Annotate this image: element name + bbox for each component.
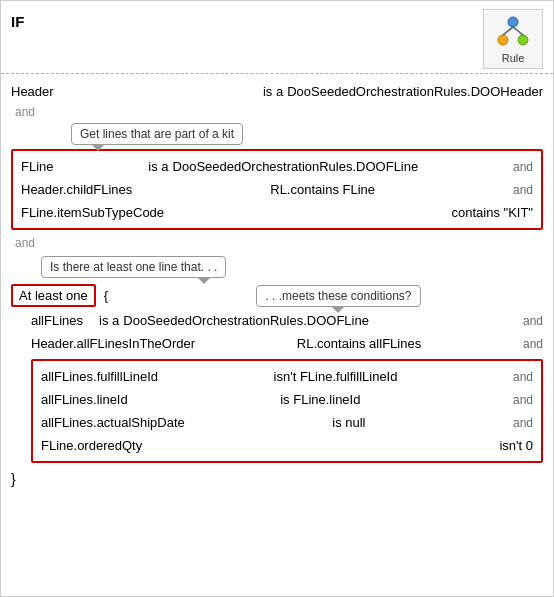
- main-container: IF Rule Header is a DooSeededOrchestrati…: [0, 0, 554, 597]
- indent-row1: allFLines is a DooSeededOrchestrationRul…: [31, 309, 543, 332]
- lineId-rel: is FLine.lineId: [280, 392, 360, 407]
- at-least-one-box: At least one: [11, 284, 96, 307]
- childFLines-subject: Header.childFLines: [21, 182, 132, 197]
- header-type: DooSeededOrchestrationRules.DOOHeader: [287, 84, 543, 99]
- itemSubType-rel: contains "KIT": [452, 205, 534, 220]
- closing-brace: }: [11, 467, 543, 487]
- svg-line-4: [513, 27, 523, 35]
- actualShipDate-subject: allFLines.actualShipDate: [41, 415, 185, 430]
- allFLines-isa: is a: [99, 313, 119, 328]
- lineId-and: and: [513, 393, 533, 407]
- red-box1-row2: Header.childFLines RL.contains FLine and: [21, 178, 533, 201]
- rule-icon-box: Rule: [483, 9, 543, 69]
- tooltip-2: Is there at least one line that. . .: [41, 256, 226, 278]
- tooltip-1: Get lines that are part of a kit: [71, 123, 243, 145]
- if-label: IF: [11, 9, 24, 30]
- svg-line-3: [503, 27, 513, 35]
- actualShipDate-rel: is null: [332, 415, 365, 430]
- fline-type: DooSeededOrchestrationRules.DOOFLine: [173, 159, 419, 174]
- allFLinesInOrder-rel: RL.contains allFLines: [297, 336, 421, 351]
- and-label-1: and: [11, 103, 543, 121]
- open-curly: {: [104, 288, 108, 303]
- tooltip1-container: Get lines that are part of a kit: [11, 121, 543, 145]
- fulfillLineId-rel: isn't FLine.fulfillLineId: [274, 369, 398, 384]
- rule-icon: [495, 14, 531, 50]
- lineId-subject: allFLines.lineId: [41, 392, 128, 407]
- orderedQty-rel: isn't 0: [499, 438, 533, 453]
- tooltip-3: . . .meets these conditions?: [256, 285, 420, 307]
- red-box1-row3: FLine.itemSubTypeCode contains "KIT": [21, 201, 533, 224]
- svg-point-0: [508, 17, 518, 27]
- fulfillLineId-subject: allFLines.fulfillLineId: [41, 369, 158, 384]
- rule-label: Rule: [502, 52, 525, 64]
- childFLines-and: and: [513, 183, 533, 197]
- allFLinesInOrder-and: and: [523, 337, 543, 351]
- red-box2-row1: allFLines.fulfillLineId isn't FLine.fulf…: [41, 365, 533, 388]
- actualShipDate-and: and: [513, 416, 533, 430]
- fline-and: and: [513, 160, 533, 174]
- fline-subject: FLine: [21, 159, 54, 174]
- red-box-1: FLine is a DooSeededOrchestrationRules.D…: [11, 149, 543, 230]
- and-label-2: and: [11, 234, 543, 252]
- red-box1-row1: FLine is a DooSeededOrchestrationRules.D…: [21, 155, 533, 178]
- header-isa: is a: [263, 84, 283, 99]
- svg-point-2: [518, 35, 528, 45]
- childFLines-rel: RL.contains FLine: [270, 182, 375, 197]
- allFLines-type: DooSeededOrchestrationRules.DOOFLine: [123, 313, 369, 328]
- red-box2-row2: allFLines.lineId is FLine.lineId and: [41, 388, 533, 411]
- header-row: Header is a DooSeededOrchestrationRules.…: [11, 80, 543, 103]
- allFLinesInOrder-subject: Header.allFLinesInTheOrder: [31, 336, 195, 351]
- allFLines-and: and: [523, 314, 543, 328]
- red-box2-row3: allFLines.actualShipDate is null and: [41, 411, 533, 434]
- red-box-2: allFLines.fulfillLineId isn't FLine.fulf…: [31, 359, 543, 463]
- main-content: Header is a DooSeededOrchestrationRules.…: [1, 74, 553, 497]
- fline-isa: is a: [148, 159, 168, 174]
- tooltip-row: Is there at least one line that. . . At …: [11, 256, 543, 307]
- top-bar: IF Rule: [1, 1, 553, 74]
- svg-point-1: [498, 35, 508, 45]
- fulfillLineId-and: and: [513, 370, 533, 384]
- allFLines-subject: allFLines: [31, 313, 83, 328]
- indent-row2: Header.allFLinesInTheOrder RL.contains a…: [31, 332, 543, 355]
- indent-block: allFLines is a DooSeededOrchestrationRul…: [11, 309, 543, 463]
- orderedQty-subject: FLine.orderedQty: [41, 438, 142, 453]
- header-subject: Header: [11, 84, 54, 99]
- red-box2-row4: FLine.orderedQty isn't 0: [41, 434, 533, 457]
- itemSubType-subject: FLine.itemSubTypeCode: [21, 205, 164, 220]
